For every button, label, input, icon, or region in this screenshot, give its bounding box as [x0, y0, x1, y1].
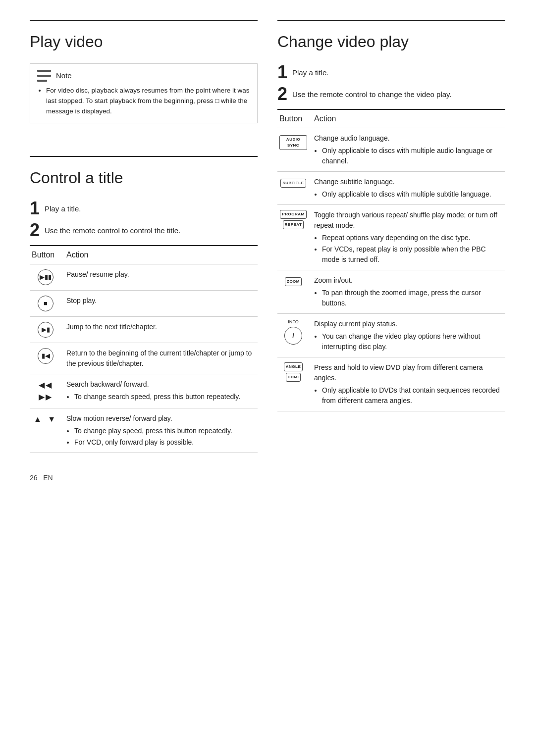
- program-repeat-bullet-1: Repeat options vary depending on the dis…: [322, 233, 503, 243]
- slowmotion-icon: ▲ ▼: [34, 415, 57, 423]
- control-step2: 2 Use the remote control to control the …: [30, 221, 258, 239]
- left-column: Play video Note For video disc, playback…: [30, 20, 258, 453]
- info-icon: i: [292, 331, 294, 340]
- angle-hdmi-stack: ANGLE HDMI: [279, 362, 307, 382]
- slowmo-bullets: To change play speed, press this button …: [66, 426, 256, 448]
- btn-cell-slowmo: ▲ ▼: [30, 408, 64, 453]
- prev-icon: ▮◀: [38, 348, 54, 364]
- step1-number: 1: [30, 200, 40, 217]
- play-video-section: Play video Note For video disc, playback…: [30, 20, 258, 123]
- action-cell-prev: Return to the beginning of the current t…: [64, 343, 258, 374]
- page-lang: EN: [43, 474, 53, 482]
- change-video-play-title: Change video play: [277, 30, 505, 55]
- action-cell-stop: Stop play.: [64, 290, 258, 316]
- change-video-play-section: Change video play 1 Play a title. 2 Use …: [277, 20, 505, 411]
- hdmi-button: HDMI: [286, 373, 301, 382]
- page-number: 26: [30, 474, 38, 482]
- program-button: PROGRAM: [280, 210, 306, 219]
- table-row: PROGRAM REPEAT Toggle through various re…: [277, 205, 505, 270]
- note-header: Note: [37, 70, 250, 82]
- table-row: AUDIO SYNC Change audio language. Only a…: [277, 128, 505, 172]
- btn-cell-next: ▶▮: [30, 316, 64, 343]
- note-item: For video disc, playback always resumes …: [46, 86, 250, 117]
- slowmo-bullet-1: To change play speed, press this button …: [74, 426, 256, 436]
- action-cell-subtitle: Change subtitle language. Only applicabl…: [312, 172, 505, 205]
- info-button-wrap: INFO i: [279, 319, 307, 345]
- control-section-divider: [30, 156, 258, 157]
- action-cell-program-repeat: Toggle through various repeat/ shuffle p…: [312, 205, 505, 270]
- col-button-header: Button: [30, 246, 64, 264]
- btn-cell-zoom: ZOOM: [277, 270, 312, 314]
- btn-cell-program-repeat: PROGRAM REPEAT: [277, 205, 312, 270]
- btn-cell-stop: ■: [30, 290, 64, 316]
- step2-number: 2: [30, 221, 40, 239]
- control-step1: 1 Play a title.: [30, 200, 258, 217]
- right-step1-text: Play a title.: [292, 63, 328, 79]
- control-title-heading: Control a title: [30, 166, 258, 192]
- table-row: ▮◀ Return to the beginning of the curren…: [30, 343, 258, 374]
- action-cell-search: Search backward/ forward. To change sear…: [64, 374, 258, 408]
- page-container: Play video Note For video disc, playback…: [30, 20, 505, 453]
- btn-cell-search: ◀◀ ▶▶: [30, 374, 64, 408]
- note-icon: [37, 70, 51, 82]
- table-row: ZOOM Zoom in/out. To pan through the zoo…: [277, 270, 505, 314]
- action-cell-audio-sync: Change audio language. Only applicable t…: [312, 128, 505, 172]
- change-video-table: Button Action AUDIO SYNC Change audio la…: [277, 109, 505, 411]
- step1-text: Play a title.: [45, 200, 81, 215]
- right-section-divider-top: [277, 20, 505, 21]
- control-table: Button Action ▶▮▮ Pause/ resume play.: [30, 245, 258, 453]
- right-step2-number: 2: [277, 85, 287, 103]
- program-repeat-bullet-2: For VCDs, repeat play is only possible w…: [322, 244, 503, 265]
- angle-hdmi-bullet-1: Only applicable to DVDs that contain seq…: [322, 385, 503, 406]
- repeat-button: REPEAT: [283, 220, 304, 229]
- table-row: ◀◀ ▶▶ Search backward/ forward. To chang…: [30, 374, 258, 408]
- note-list: For video disc, playback always resumes …: [37, 86, 250, 117]
- audio-sync-bullet-1: Only applicable to discs with multiple a…: [322, 146, 503, 166]
- action-cell-next: Jump to the next title/chapter.: [64, 316, 258, 343]
- play-video-title: Play video: [30, 30, 258, 55]
- btn-cell-subtitle: SUBTITLE: [277, 172, 312, 205]
- search-bullets: To change search speed, press this butto…: [66, 392, 256, 402]
- control-title-section: Control a title 1 Play a title. 2 Use th…: [30, 166, 258, 453]
- table-row: INFO i Display current play status. You …: [277, 314, 505, 357]
- zoom-button: ZOOM: [285, 277, 302, 286]
- btn-cell-info: INFO i: [277, 314, 312, 357]
- btn-cell-prev: ▮◀: [30, 343, 64, 374]
- note-box: Note For video disc, playback always res…: [30, 63, 258, 123]
- btn-cell-audio-sync: AUDIO SYNC: [277, 128, 312, 172]
- stop-icon: ■: [38, 296, 54, 311]
- angle-button: ANGLE: [284, 362, 303, 371]
- action-cell-zoom: Zoom in/out. To pan through the zoomed i…: [312, 270, 505, 314]
- table-row: ■ Stop play.: [30, 290, 258, 316]
- right-step1-number: 1: [277, 63, 287, 81]
- action-cell-angle-hdmi: Press and hold to view DVD play from dif…: [312, 357, 505, 411]
- step2-text: Use the remote control to control the ti…: [45, 221, 180, 237]
- note-label: Note: [56, 70, 72, 82]
- table-row: ▶▮ Jump to the next title/chapter.: [30, 316, 258, 343]
- slowmo-bullet-2: For VCD, only forward play is possible.: [74, 437, 256, 448]
- btn-cell-angle-hdmi: ANGLE HDMI: [277, 357, 312, 411]
- table-row: ▲ ▼ Slow motion reverse/ forward play. T…: [30, 408, 258, 453]
- subtitle-bullet-1: Only applicable to discs with multiple s…: [322, 189, 503, 200]
- search-icon: ◀◀ ▶▶: [39, 381, 53, 401]
- page-footer: 26 EN: [30, 473, 505, 483]
- action-cell-info: Display current play status. You can cha…: [312, 314, 505, 357]
- right-step2-text: Use the remote control to change the vid…: [292, 85, 452, 101]
- subtitle-button: SUBTITLE: [280, 179, 306, 188]
- right-column: Change video play 1 Play a title. 2 Use …: [277, 20, 505, 453]
- info-bullet-1: You can change the video play options he…: [322, 331, 503, 352]
- info-bullets: You can change the video play options he…: [314, 331, 503, 352]
- section-divider-top: [30, 20, 258, 21]
- right-step1: 1 Play a title.: [277, 63, 505, 81]
- right-col-button-header: Button: [277, 109, 312, 128]
- zoom-bullet-1: To pan through the zoomed image, press t…: [322, 288, 503, 308]
- table-row: ▶▮▮ Pause/ resume play.: [30, 264, 258, 290]
- right-step2: 2 Use the remote control to change the v…: [277, 85, 505, 103]
- program-repeat-stack: PROGRAM REPEAT: [279, 210, 307, 229]
- btn-cell-pause: ▶▮▮: [30, 264, 64, 290]
- audio-sync-bullets: Only applicable to discs with multiple a…: [314, 146, 503, 166]
- subtitle-bullets: Only applicable to discs with multiple s…: [314, 189, 503, 200]
- table-row: ANGLE HDMI Press and hold to view DVD pl…: [277, 357, 505, 411]
- search-bullet-1: To change search speed, press this butto…: [74, 392, 256, 402]
- pause-resume-icon: ▶▮▮: [38, 269, 54, 285]
